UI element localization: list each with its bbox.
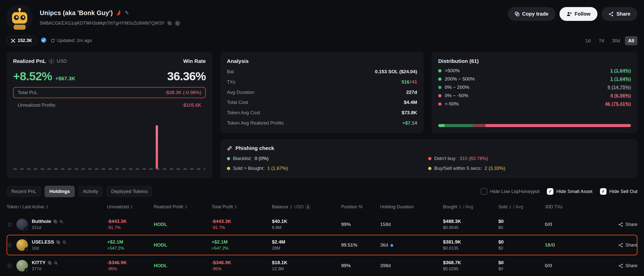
distribution-rows: >500%1 (1.64%)200% ~ 500%1 (1.64%)0% ~ 2… (438, 68, 631, 107)
edit-icon[interactable]: ✎ (125, 10, 129, 16)
favorite-star-icon[interactable]: ☆ (7, 221, 13, 228)
column-header-unrealized[interactable]: Unrealized (107, 204, 154, 210)
share-icon (618, 263, 623, 268)
copy-address-icon[interactable] (168, 21, 172, 25)
distribution-count-link[interactable]: 1 (1.64%) (610, 76, 631, 82)
subbar: 152.3K Updated: 2m ago 1d7d30dAll (0, 36, 644, 46)
holding-duration-cell: 398d (380, 263, 443, 268)
profile-info: Unipcs (aka 'Bonk Guy') ✎ 5M8ACGKEXG1ojK… (40, 9, 180, 26)
token-avatar (16, 219, 28, 230)
sold-cell: $0$0 (498, 260, 545, 271)
top-actions: Copy trade Follow Share (508, 7, 637, 21)
balance-cell-sub: 8.8M (272, 225, 341, 230)
distribution-count-link[interactable]: 1 (1.64%) (610, 68, 631, 73)
filter-hide-small-asset[interactable]: ✓Hide Small Asset (547, 188, 592, 195)
sort-icon[interactable] (509, 205, 511, 209)
filter-hide-low-liq-honeypot[interactable]: Hide Low Liq/Honeypot (481, 188, 539, 195)
table-row-useless[interactable]: ☆USELESS10d+$2.1M+547.2%HODL+$2.1M+547.2… (7, 235, 637, 255)
column-header-realized-profit[interactable]: Realized Profit (154, 204, 212, 210)
refresh-icon[interactable] (51, 38, 55, 43)
total-profit-cell-sub: -91.7% (212, 225, 272, 230)
row-share-button[interactable]: Share (580, 263, 637, 268)
copy-token-icon[interactable] (56, 240, 60, 244)
range-all[interactable]: All (625, 36, 637, 45)
range-7d[interactable]: 7d (595, 36, 607, 45)
column-header-token-last-active[interactable]: Token / Last Active (7, 204, 107, 210)
tab-deployed-tokens[interactable]: Deployed Tokens (106, 186, 152, 197)
currency-toggle-icon[interactable]: $ (49, 59, 54, 64)
phishing-value: 0 (0%) (255, 156, 269, 161)
sort-icon[interactable] (459, 205, 461, 209)
search-token-icon[interactable] (54, 261, 58, 265)
distribution-count-link[interactable]: 9 (14.75%) (608, 85, 631, 90)
analysis-row-bal: Bal0.153 SOL ($24.04) (227, 68, 417, 76)
tx-sell-count: 41 (412, 79, 417, 85)
token-avatar (16, 260, 28, 271)
currency-icon[interactable]: $ (305, 205, 310, 209)
robot-avatar-icon (7, 5, 33, 31)
share-icon (618, 243, 623, 248)
favorite-star-icon[interactable]: ☆ (7, 262, 13, 269)
sort-icon[interactable] (131, 205, 133, 209)
column-header-bought[interactable]: Bought/ Avg (443, 204, 498, 210)
realized-profit-cell: HODL (154, 242, 212, 248)
explorer-icon[interactable] (175, 20, 180, 26)
bought-cell-main: $368.7K (443, 260, 498, 265)
checkbox-icon[interactable] (481, 188, 487, 195)
search-token-icon[interactable] (59, 220, 63, 223)
holding-duration-value: 398d (380, 263, 391, 268)
sort-icon[interactable] (46, 205, 48, 209)
token-info: Butthole151d (32, 219, 63, 230)
distribution-row: 200% ~ 500%1 (1.64%) (438, 76, 631, 82)
range-30d[interactable]: 30d (609, 36, 623, 45)
follow-button[interactable]: Follow (559, 7, 597, 21)
column-header-total-profit[interactable]: Total Profit (212, 204, 272, 210)
checkbox-icon[interactable]: ✓ (600, 188, 607, 195)
copy-token-icon[interactable] (48, 261, 52, 265)
column-header-sold[interactable]: Sold/ Avg (498, 204, 545, 210)
gem-icon: ◆ (390, 242, 394, 248)
analysis-rows: Bal0.153 SOL ($24.04)TXs516/41Avg Durati… (227, 68, 417, 127)
distribution-count-link[interactable]: 4 (6.56%) (610, 93, 631, 98)
search-token-icon[interactable] (62, 240, 66, 244)
checkbox-icon[interactable]: ✓ (547, 188, 553, 195)
pepper-icon (116, 10, 122, 16)
twitter-badge[interactable]: 152.3K (7, 36, 37, 46)
tab-activity[interactable]: Activity (78, 186, 103, 197)
row-share-label: Share (625, 243, 637, 248)
share-button[interactable]: Share (601, 7, 637, 21)
tab-recent-pnl[interactable]: Recent PnL (7, 186, 41, 197)
tab-holdings[interactable]: Holdings (45, 186, 74, 197)
txs-buy: 0 (545, 222, 548, 227)
table-row-butthole[interactable]: ☆Butthole151d-$443.3K-91.7%HODL-$443.3K-… (7, 214, 637, 235)
distribution-label: 200% ~ 500% (445, 76, 475, 82)
column-label: Bought (443, 204, 457, 210)
favorite-star-icon[interactable]: ☆ (7, 242, 13, 249)
copy-trade-button[interactable]: Copy trade (508, 7, 555, 21)
position-cell: 99% (341, 263, 380, 268)
tx-buy-count: 516 (401, 79, 410, 85)
balance-cell: $2.4M28M (272, 239, 341, 251)
phishing-label: Buy/Sell within 5 secs: (434, 166, 482, 171)
distribution-count-link[interactable]: 46 (75.41%) (605, 101, 631, 107)
column-label: Unrealized (107, 204, 129, 210)
table-row-kitty[interactable]: ☆KITTY377d-$346.9K-95%HODL-$346.9K-95%$1… (7, 255, 637, 276)
row-share-button[interactable]: Share (580, 222, 637, 227)
sort-icon[interactable] (235, 205, 237, 209)
column-header-holding-duration: Holding Duration (380, 204, 443, 210)
distribution-dot-icon (438, 102, 441, 106)
row-share-button[interactable]: Share (580, 243, 637, 248)
total-profit-cell: -$443.3K-91.7% (212, 219, 272, 230)
distribution-bar-segment (473, 124, 486, 127)
column-header-balance[interactable]: BalanceUSD$ (272, 204, 341, 210)
copy-token-icon[interactable] (53, 220, 57, 223)
filter-hide-sell-out[interactable]: ✓Hide Sell Out (600, 188, 637, 195)
bought-cell-sub: $0.0545 (443, 225, 498, 230)
sort-icon[interactable] (290, 205, 292, 209)
verified-badge-icon (41, 37, 47, 44)
sort-icon[interactable] (185, 205, 187, 209)
range-1d[interactable]: 1d (582, 36, 594, 45)
analysis-value: $73.8K (402, 110, 417, 115)
phishing-value: 310 (83.78%) (459, 156, 488, 161)
txs-buy: 0 (545, 263, 548, 268)
